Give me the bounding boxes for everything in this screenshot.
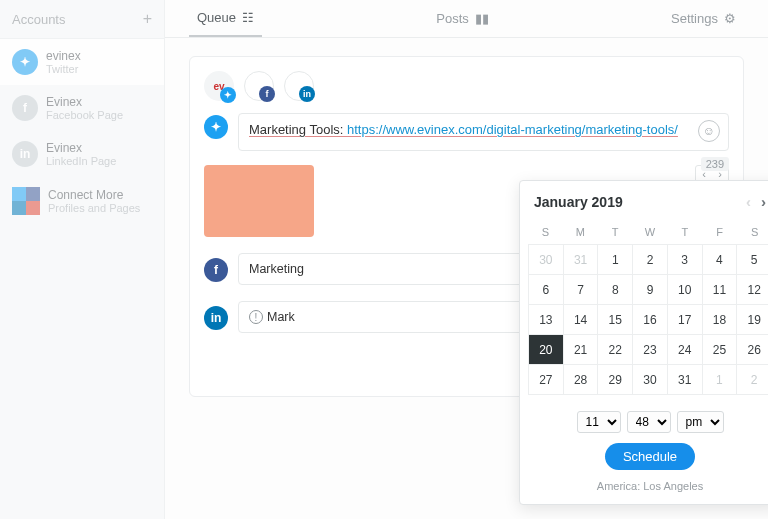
calendar-day[interactable]: 6 [529,275,564,305]
calendar-day[interactable]: 24 [668,335,703,365]
tab-bar: Queue ☷ Posts ▮▮ Settings ⚙ [165,0,768,38]
account-selector-row: ev✦ f in [204,71,729,101]
calendar-day[interactable]: 23 [633,335,668,365]
twitter-badge-icon: ✦ [220,87,236,103]
sidebar: Accounts + ✦ evinex Twitter f Evinex Fac… [0,0,165,519]
calendar-title: January 2019 [534,194,623,210]
stack-icon: ☷ [242,10,254,25]
facebook-icon: f [204,258,228,282]
calendar-day[interactable]: 15 [598,305,633,335]
calendar-day[interactable]: 2 [737,365,768,395]
account-pill-linkedin[interactable]: in [284,71,314,101]
sidebar-item-connect-more[interactable]: Connect More Profiles and Pages [0,177,164,225]
calendar-day[interactable]: 14 [564,305,599,335]
calendar-day[interactable]: 22 [598,335,633,365]
calendar-day[interactable]: 30 [633,365,668,395]
calendar-day[interactable]: 4 [703,245,738,275]
calendar-day[interactable]: 30 [529,245,564,275]
calendar-day[interactable]: 17 [668,305,703,335]
prev-month-icon[interactable]: ‹ [746,193,751,210]
facebook-badge-icon: f [259,86,275,102]
main: Queue ☷ Posts ▮▮ Settings ⚙ ev✦ f in ✦ [165,0,768,519]
calendar-day[interactable]: 10 [668,275,703,305]
calendar-day[interactable]: 1 [703,365,738,395]
time-picker: 11 48 pm [520,405,768,443]
facebook-icon: f [12,95,38,121]
calendar-day[interactable]: 31 [668,365,703,395]
tab-queue[interactable]: Queue ☷ [189,0,262,37]
calendar-day[interactable]: 26 [737,335,768,365]
sidebar-item-facebook[interactable]: f Evinex Facebook Page [0,85,164,131]
calendar-day[interactable]: 29 [598,365,633,395]
ampm-select[interactable]: pm [677,411,724,433]
calendar-day-headers: SMTWTFS [528,222,768,244]
account-name: evinex [46,49,81,63]
hour-select[interactable]: 11 [577,411,621,433]
linkedin-icon: in [12,141,38,167]
timezone-label: America: Los Angeles [520,480,768,504]
calendar-popover: January 2019 ‹ › SMTWTFS 303112345678910… [519,180,768,505]
calendar-days: 3031123456789101112131415161718192021222… [528,244,768,395]
emoji-icon[interactable]: ☺ [698,120,720,142]
calendar-day[interactable]: 25 [703,335,738,365]
linkedin-icon: in [204,306,228,330]
calendar-day[interactable]: 5 [737,245,768,275]
calendar-day[interactable]: 9 [633,275,668,305]
calendar-day[interactable]: 18 [703,305,738,335]
tab-posts[interactable]: Posts ▮▮ [428,1,497,36]
warning-icon: ! [249,310,263,324]
calendar-day[interactable]: 11 [703,275,738,305]
calendar-day[interactable]: 20 [529,335,564,365]
linkedin-badge-icon: in [299,86,315,102]
calendar-day[interactable]: 28 [564,365,599,395]
media-thumbnail[interactable] [204,165,314,237]
account-type: Twitter [46,63,81,75]
calendar-day[interactable]: 13 [529,305,564,335]
calendar-day[interactable]: 2 [633,245,668,275]
calendar-day[interactable]: 16 [633,305,668,335]
sidebar-item-twitter[interactable]: ✦ evinex Twitter [0,39,164,85]
minute-select[interactable]: 48 [627,411,671,433]
calendar-day[interactable]: 7 [564,275,599,305]
calendar-day[interactable]: 19 [737,305,768,335]
twitter-icon: ✦ [204,115,228,139]
bars-icon: ▮▮ [475,11,489,26]
gear-icon: ⚙ [724,11,736,26]
account-pill-twitter[interactable]: ev✦ [204,71,234,101]
calendar-day[interactable]: 3 [668,245,703,275]
calendar-day[interactable]: 1 [598,245,633,275]
sidebar-item-linkedin[interactable]: in Evinex LinkedIn Page [0,131,164,177]
next-month-icon[interactable]: › [761,193,766,210]
calendar-day[interactable]: 12 [737,275,768,305]
twitter-icon: ✦ [12,49,38,75]
compose-input-twitter[interactable]: Marketing Tools: https://www.evinex.com/… [238,113,729,151]
calendar-day[interactable]: 8 [598,275,633,305]
calendar-day[interactable]: 21 [564,335,599,365]
tab-settings[interactable]: Settings ⚙ [663,1,744,36]
add-account-icon[interactable]: + [143,10,152,28]
connect-more-icon [12,187,40,215]
char-count: 239 [701,157,729,171]
sidebar-title: Accounts [12,12,65,27]
account-pill-facebook[interactable]: f [244,71,274,101]
compose-link[interactable]: https://www.evinex.com/digital-marketing… [347,122,678,137]
calendar-day[interactable]: 27 [529,365,564,395]
schedule-button[interactable]: Schedule [605,443,695,470]
calendar-day[interactable]: 31 [564,245,599,275]
